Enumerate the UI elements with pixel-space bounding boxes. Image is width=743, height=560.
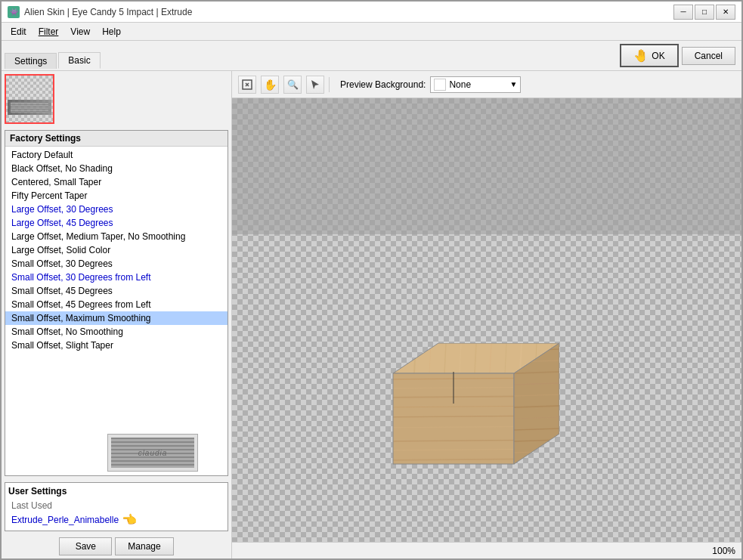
preview-thumbnail: [5, 74, 54, 124]
arrow-icon: [309, 79, 321, 91]
toolbar-separator: [329, 77, 330, 92]
list-item-large-solid[interactable]: Large Offset, Solid Color: [5, 243, 228, 257]
app-icon: 👾: [8, 6, 20, 18]
tabs-bar: Settings Basic: [2, 51, 614, 70]
list-item-small-no-smooth[interactable]: Small Offset, No Smoothing: [5, 325, 228, 339]
left-panel: Factory Settings Factory Default Black O…: [2, 71, 232, 558]
tool-btn-arrow[interactable]: [306, 76, 324, 94]
list-item-large-medium[interactable]: Large Offset, Medium Taper, No Smoothing: [5, 230, 228, 243]
tool-btn-zoom[interactable]: 🔍: [283, 76, 302, 94]
bottom-buttons: Save Manage: [2, 534, 231, 558]
user-settings-header: User Settings: [8, 486, 224, 497]
factory-settings-section: Factory Settings Factory Default Black O…: [5, 130, 228, 476]
list-item-fifty-percent[interactable]: Fifty Percent Taper: [5, 189, 228, 203]
list-item-small-slight[interactable]: Small Offset, Slight Taper: [5, 339, 228, 352]
tool-btn-pan[interactable]: ✋: [261, 76, 279, 94]
list-item-black-offset[interactable]: Black Offset, No Shading: [5, 162, 228, 175]
list-item-large-45[interactable]: Large Offset, 45 Degrees: [5, 216, 228, 230]
list-item-small-max-smooth[interactable]: Small Offset, Maximum Smoothing: [5, 311, 228, 325]
factory-settings-header: Factory Settings: [5, 131, 228, 147]
top-gray-area: [232, 98, 741, 234]
checkerboard-bg: [232, 98, 741, 542]
tabs-area: Settings Basic 🤚 OK Cancel: [2, 41, 741, 71]
tool-btn-1[interactable]: [238, 76, 256, 94]
preview-bg-label: Preview Background:: [340, 79, 426, 90]
minimize-button[interactable]: ─: [673, 5, 693, 20]
main-content: Factory Settings Factory Default Black O…: [2, 71, 741, 558]
title-bar-left: 👾 Alien Skin | Eye Candy 5 Impact | Extr…: [8, 6, 192, 18]
main-window: 👾 Alien Skin | Eye Candy 5 Impact | Extr…: [0, 0, 743, 560]
title-bar: 👾 Alien Skin | Eye Candy 5 Impact | Extr…: [2, 2, 741, 23]
cancel-button[interactable]: Cancel: [682, 47, 735, 65]
toolbar: ✋ 🔍 Preview Background: None ▼: [232, 71, 741, 98]
menu-edit[interactable]: Edit: [5, 25, 33, 39]
title-controls: ─ □ ✕: [673, 5, 735, 20]
menu-view[interactable]: View: [64, 25, 96, 39]
thumb-preview: [8, 100, 51, 115]
maximize-button[interactable]: □: [695, 5, 714, 20]
close-button[interactable]: ✕: [716, 5, 735, 20]
list-item-small-45-left[interactable]: Small Offset, 45 Degrees from Left: [5, 298, 228, 311]
ok-cancel-area: 🤚 OK Cancel: [614, 41, 741, 70]
save-button[interactable]: Save: [59, 537, 112, 555]
preview-bg-swatch: [434, 79, 446, 91]
preview-area[interactable]: 100%: [232, 98, 741, 558]
user-item-last-used: Last Used: [8, 500, 224, 512]
hand-pointer-icon: 👈: [122, 512, 137, 527]
pan-icon: ✋: [264, 79, 277, 91]
menu-help[interactable]: Help: [96, 25, 127, 39]
list-item-small-45[interactable]: Small Offset, 45 Degrees: [5, 284, 228, 298]
status-bar: 100%: [232, 542, 741, 558]
user-settings-section: User Settings Last Used Extrude_Perle_An…: [5, 482, 228, 531]
menu-bar: Edit Filter View Help: [2, 23, 741, 41]
user-item-extrude[interactable]: Extrude_Perle_Animabelle 👈: [8, 512, 224, 528]
zoom-icon: 🔍: [287, 79, 299, 90]
list-item-small-30-left[interactable]: Small Offset, 30 Degrees from Left: [5, 271, 228, 284]
manage-button[interactable]: Manage: [115, 537, 173, 555]
user-item-label: Extrude_Perle_Animabelle: [11, 515, 119, 525]
window-title: Alien Skin | Eye Candy 5 Impact | Extrud…: [24, 7, 192, 17]
dropdown-arrow-icon: ▼: [509, 80, 517, 88]
list-item-centered-small[interactable]: Centered, Small Taper: [5, 175, 228, 189]
list-item-small-30[interactable]: Small Offset, 30 Degrees: [5, 257, 228, 271]
right-panel: ✋ 🔍 Preview Background: None ▼: [232, 71, 741, 558]
zoom-level: 100%: [712, 546, 735, 556]
list-item-large-30[interactable]: Large Offset, 30 Degrees: [5, 203, 228, 216]
wooden-box: [378, 343, 559, 481]
menu-filter[interactable]: Filter: [33, 25, 65, 39]
reset-icon: [241, 79, 253, 91]
tab-settings[interactable]: Settings: [5, 53, 57, 69]
tab-basic[interactable]: Basic: [58, 52, 100, 69]
preview-bg-select[interactable]: None ▼: [430, 76, 521, 93]
preview-bg-value: None: [449, 79, 471, 90]
factory-settings-list[interactable]: Factory Default Black Offset, No Shading…: [5, 147, 228, 475]
ok-button[interactable]: 🤚 OK: [620, 44, 678, 67]
ok-hand-icon: 🤚: [633, 48, 649, 63]
box-svg: [378, 343, 559, 479]
thumbnail-area: [2, 71, 231, 127]
list-item-factory-default[interactable]: Factory Default: [5, 148, 228, 162]
